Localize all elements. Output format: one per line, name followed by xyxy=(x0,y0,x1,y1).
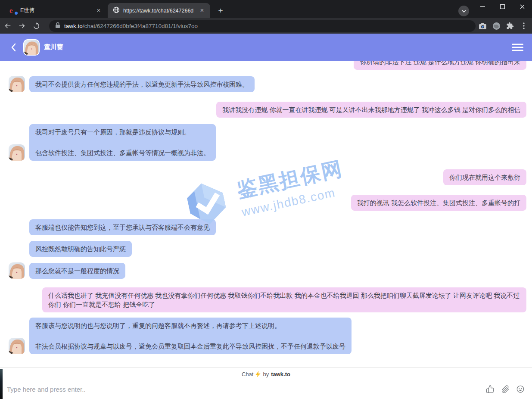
visitor-message-bubble: 什么话我也讲了 我充值没有任何优惠 我也没有拿你们任何优惠 我取钱你们不给我出款… xyxy=(42,287,526,312)
message-row: 你们现在就用这个来敷衍 xyxy=(0,169,532,185)
avatar-slot xyxy=(9,76,29,92)
toolbar-extensions xyxy=(477,18,529,34)
agent-message-bubble: 那么您就不是一般程度的情况 xyxy=(29,263,125,279)
message-row: 客服端也仅能告知您到这，至于您承认与否客服端不会有意见 xyxy=(0,219,532,235)
chat-message-list: 你所谓的非法下注 违规 是什么地方违规 你明确的指出来 我司不会提供贵方任何您违… xyxy=(0,61,532,367)
agent-avatar xyxy=(9,144,25,161)
globe-favicon-icon xyxy=(113,6,120,15)
attachment-paperclip-icon[interactable] xyxy=(501,384,510,394)
tab-close-icon[interactable]: × xyxy=(95,7,103,15)
emoji-smiley-icon[interactable] xyxy=(516,384,525,394)
close-window-button[interactable] xyxy=(512,0,532,13)
message-text: 那么您就不是一般程度的情况 xyxy=(35,266,119,275)
url-text: tawk.to/chat/6247266d0bfe3f4a87710d81/1f… xyxy=(64,23,198,29)
message-row: 我打的视讯 我怎么软件投注、集团式投注、多重帐号的打 xyxy=(0,195,532,211)
extensions-puzzle-icon[interactable] xyxy=(504,20,516,31)
message-text: 你们现在就用这个来敷衍 xyxy=(449,173,520,182)
new-tab-button[interactable]: + xyxy=(215,6,226,16)
message-text: 风控既然敢明确的告知此号严惩 xyxy=(35,244,126,253)
lock-icon xyxy=(55,22,60,30)
chevron-down-icon xyxy=(462,10,466,12)
agent-message-bubble: 客服端也仅能告知您到这，至于您承认与否客服端不会有意见 xyxy=(29,219,216,235)
agent-avatar xyxy=(23,39,40,56)
message-text: 我司对于废号只有一个原因，那就是违反协议与规则。 xyxy=(35,128,210,137)
agent-avatar xyxy=(9,338,25,354)
message-text: 什么话我也讲了 我充值没有任何优惠 我也没有拿你们任何优惠 我取钱你们不给我出款… xyxy=(48,291,520,309)
message-row: 我司不会提供贵方任何您违规的手法，以避免更新手法导致风控审核困难。 xyxy=(0,76,532,92)
brand-prefix: Chat xyxy=(242,371,253,377)
chat-footer: Chat by tawk.to xyxy=(0,367,532,399)
brand-connector: by xyxy=(263,371,269,377)
message-text: 包含软件投注、集团式投注、多重帐号等情况一概视为非法。 xyxy=(35,148,210,157)
browser-toolbar: tawk.to/chat/6247266d0bfe3f4a87710d81/1f… xyxy=(0,18,532,34)
tab-esball[interactable]: e E世博 × xyxy=(4,3,107,18)
message-row: 我讲我没有违规 你就一直在讲我违规 可是又讲不出来我那地方违规了 我冲这么多钱 … xyxy=(0,102,532,118)
agent-name: 童川蔷 xyxy=(44,43,63,51)
chat-menu-icon[interactable] xyxy=(512,44,523,51)
tab-strip: e E世博 × https://tawk.to/chat/6247266d × … xyxy=(0,0,532,18)
minimize-button[interactable] xyxy=(473,0,492,13)
input-actions xyxy=(485,384,525,394)
agent-message-bubble: 我司对于废号只有一个原因，那就是违反协议与规则。 包含软件投注、集团式投注、多重… xyxy=(29,124,216,161)
tawk-branding[interactable]: Chat by tawk.to xyxy=(0,368,532,377)
notification-dot xyxy=(15,12,18,15)
avatar-slot xyxy=(9,338,29,354)
tab-title: E世博 xyxy=(20,7,91,14)
message-row: 什么话我也讲了 我充值没有任何优惠 我也没有拿你们任何优惠 我取钱你们不给我出款… xyxy=(0,287,532,312)
message-row: 我司对于废号只有一个原因，那就是违反协议与规则。 包含软件投注、集团式投注、多重… xyxy=(0,124,532,161)
agent-message-bubble: 我司不会提供贵方任何您违规的手法，以避免更新手法导致风控审核困难。 xyxy=(29,76,255,92)
message-text: 客服该与您说明的也与您说明了，重复的问题客服就不再赘述，再请参考下上述说明。 xyxy=(35,321,345,330)
agent-avatar xyxy=(9,76,25,92)
message-text: 我打的视讯 我怎么软件投注、集团式投注、多重帐号的打 xyxy=(357,198,520,207)
message-row: 那么您就不是一般程度的情况 xyxy=(0,262,532,279)
tab-overflow-menu-button[interactable] xyxy=(458,6,469,16)
back-chevron-icon[interactable] xyxy=(8,42,19,53)
avatar-slot xyxy=(9,144,29,161)
visitor-message-bubble: 你们现在就用这个来敷衍 xyxy=(443,169,526,185)
forward-button[interactable] xyxy=(16,19,28,32)
camera-extension-icon[interactable] xyxy=(477,20,488,31)
message-text: 你所谓的非法下注 违规 是什么地方违规 你明确的指出来 xyxy=(360,61,520,66)
visitor-message-bubble: 你所谓的非法下注 违规 是什么地方违规 你明确的指出来 xyxy=(354,61,526,70)
tab-title: https://tawk.to/chat/6247266d xyxy=(123,8,195,14)
window-controls xyxy=(473,0,532,13)
lightning-bolt-icon xyxy=(255,371,261,377)
visitor-message-bubble: 我打的视讯 我怎么软件投注、集团式投注、多重帐号的打 xyxy=(351,195,526,211)
message-input-row xyxy=(0,379,532,399)
browser-menu-icon[interactable] xyxy=(518,20,529,31)
agent-message-bubble: 风控既然敢明确的告知此号严惩 xyxy=(29,241,132,257)
message-row: 客服该与您说明的也与您说明了，重复的问题客服就不再赘述，再请参考下上述说明。 非… xyxy=(0,318,532,354)
address-bar[interactable]: tawk.to/chat/6247266d0bfe3f4a87710d81/1f… xyxy=(49,20,476,32)
avatar-slot xyxy=(9,262,29,279)
message-text: 我讲我没有违规 你就一直在讲我违规 可是又讲不出来我那地方违规了 我冲这么多钱 … xyxy=(222,105,520,114)
browser-window: e E世博 × https://tawk.to/chat/6247266d × … xyxy=(0,0,532,399)
agent-message-bubble: 客服该与您说明的也与您说明了，重复的问题客服就不再赘述，再请参考下上述说明。 非… xyxy=(29,318,352,354)
brand-name: tawk.to xyxy=(271,371,290,377)
message-row: 风控既然敢明确的告知此号严惩 xyxy=(0,241,532,257)
desktop-background-sliver xyxy=(0,369,3,399)
message-text: 非法会员根据协议与规章与以废号，避免会员重复取回本金后重复此举导致风控困扰，不予… xyxy=(35,342,345,351)
reload-button[interactable] xyxy=(30,19,43,32)
agent-avatar xyxy=(9,262,25,279)
chat-header: 童川蔷 xyxy=(0,34,532,61)
message-input[interactable] xyxy=(7,386,485,393)
message-row: 你所谓的非法下注 违规 是什么地方违规 你明确的指出来 xyxy=(0,61,532,70)
esball-favicon-icon: e xyxy=(9,7,17,14)
tab-close-icon[interactable]: × xyxy=(198,7,206,15)
maximize-button[interactable] xyxy=(492,0,512,13)
message-text: 我司不会提供贵方任何您违规的手法，以避免更新手法导致风控审核困难。 xyxy=(35,80,249,89)
message-text: 客服端也仅能告知您到这，至于您承认与否客服端不会有意见 xyxy=(35,223,210,232)
thumbs-up-icon[interactable] xyxy=(485,384,495,394)
tab-tawk-chat[interactable]: https://tawk.to/chat/6247266d × xyxy=(108,3,210,18)
back-button[interactable] xyxy=(1,19,14,32)
globe-extension-icon[interactable] xyxy=(491,20,502,31)
visitor-message-bubble: 我讲我没有违规 你就一直在讲我违规 可是又讲不出来我那地方违规了 我冲这么多钱 … xyxy=(216,102,526,118)
